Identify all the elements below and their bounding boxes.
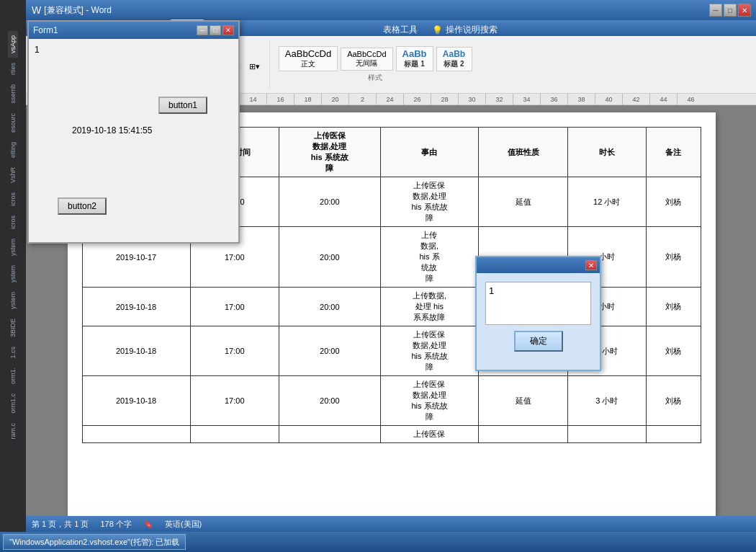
vs-panel-system3[interactable]: ystem xyxy=(8,288,18,313)
dialog-ok-button[interactable]: 确定 xyxy=(514,331,563,352)
word-count: 178 个字 xyxy=(100,519,131,530)
cell-end: 20:00 xyxy=(279,326,380,376)
taskbar-app-item[interactable]: "WindowsApplication2.vshost.exe"(托管): 已加… xyxy=(3,534,186,550)
form1-title-bar: Form1 ─ □ ✕ xyxy=(29,22,238,39)
language: 英语(美国) xyxy=(165,519,202,530)
borders-btn[interactable]: ⊞▾ xyxy=(246,60,264,74)
cell-end xyxy=(279,426,380,443)
lightbulb-icon: 💡 xyxy=(432,25,443,35)
cell-remark: 刘杨 xyxy=(646,376,701,426)
cell-start: 17:00 xyxy=(190,326,279,376)
dialog-title-bar: ✕ xyxy=(477,257,600,273)
vs-panel-vshr[interactable]: VshR xyxy=(8,163,18,187)
form1-minimize[interactable]: ─ xyxy=(197,25,208,35)
cell-date: 2019-10-18 xyxy=(82,288,190,326)
table-row: 上传医保 xyxy=(82,426,701,443)
window-title: [兼容模式] - Word xyxy=(44,4,112,17)
vs-panel-3bide[interactable]: 3BIDE xyxy=(8,314,18,342)
taskbar: "WindowsApplication2.vshost.exe"(托管): 已加… xyxy=(0,532,756,552)
page-info: 第 1 页，共 1 页 xyxy=(32,519,89,530)
vs-panel-1cs[interactable]: 1.cs xyxy=(8,342,18,363)
cell-date xyxy=(82,426,190,443)
styles-label: 样式 xyxy=(368,73,382,83)
cell-duty xyxy=(479,426,567,443)
table-row: 2019-10-18 17:00 20:00 上传医保数据,处理his 系统故障… xyxy=(82,376,701,426)
cell-date: 2019-10-18 xyxy=(82,376,190,426)
cell-end: 20:00 xyxy=(279,177,380,227)
style-heading2-label: 标题 2 xyxy=(443,59,466,69)
cell-remark: 刘杨 xyxy=(646,288,701,326)
dialog-close-btn[interactable]: ✕ xyxy=(585,260,597,270)
minimize-button[interactable]: ─ xyxy=(709,4,722,17)
cell-start xyxy=(190,426,279,443)
check-icon: 🔖 xyxy=(143,520,153,529)
vs-panel-assembly[interactable]: ssemb xyxy=(8,80,18,108)
col-remark: 备注 xyxy=(646,128,701,177)
cell-reason: 上传数据,his 系统故障 xyxy=(380,227,479,288)
dialog-input-area: 1 xyxy=(485,282,591,325)
cell-duration: 3 小时 xyxy=(567,376,646,426)
cell-reason: 上传医保数据,处理his 系统故障 xyxy=(380,177,479,227)
cell-end: 20:00 xyxy=(279,227,380,288)
cell-remark: 刘杨 xyxy=(646,177,701,227)
form1-close[interactable]: ✕ xyxy=(222,25,234,35)
style-heading1[interactable]: AaBb 标题 1 xyxy=(396,46,433,71)
title-bar-left: W [兼容模式] - Word xyxy=(32,4,112,17)
col-event: 事由 xyxy=(380,128,479,177)
vs-panel-system1[interactable]: ystem xyxy=(8,234,18,260)
form1-button1[interactable]: button1 xyxy=(158,97,207,114)
cell-remark xyxy=(646,426,701,443)
vs-panel-resource[interactable]: esourc xyxy=(8,109,18,137)
search-placeholder[interactable]: 操作说明搜索 xyxy=(446,24,498,36)
style-normal-label: 正文 xyxy=(285,59,331,69)
col-duty-type: 值班性质 xyxy=(479,128,567,177)
ribbon-group-styles: AaBbCcDd 正文 AaBbCcDd 无间隔 AaBb 标题 1 AaBb … xyxy=(279,40,478,89)
vs-panel-micro1[interactable]: icros xyxy=(8,188,18,210)
cell-end: 20:00 xyxy=(279,288,380,326)
form1-body: 1 button1 2019-10-18 15:41:55 button2 xyxy=(29,39,238,242)
dialog-content: 1 xyxy=(489,285,494,296)
vs-panel-gram[interactable]: ram.c xyxy=(8,419,18,444)
style-no-space-label: 无间隔 xyxy=(347,58,386,68)
title-bar: W [兼容模式] - Word ─ □ ✕ xyxy=(26,0,756,20)
vs-panel-form1[interactable]: orm1. xyxy=(8,363,18,388)
search-area: 💡 操作说明搜索 xyxy=(432,24,498,36)
cell-reason: 上传医保 xyxy=(380,426,479,443)
vs-panel-settings[interactable]: etting xyxy=(8,138,18,162)
cell-remark: 刘杨 xyxy=(646,227,701,288)
vs-panel-system2[interactable]: ystem xyxy=(8,261,18,287)
maximize-button[interactable]: □ xyxy=(724,4,737,17)
cell-start: 17:00 xyxy=(190,288,279,326)
col-duration: 时长 xyxy=(567,128,646,177)
cell-start: 17:00 xyxy=(190,376,279,426)
cell-duty: 延值 xyxy=(479,376,567,426)
vs-panel-app[interactable]: vsApp xyxy=(8,31,18,58)
word-icon: W xyxy=(32,4,41,16)
style-normal[interactable]: AaBbCcDd 正文 xyxy=(279,46,338,71)
form1-title-text: Form1 xyxy=(33,25,58,35)
style-heading2[interactable]: AaBb 标题 2 xyxy=(436,47,472,71)
cell-duration xyxy=(567,426,646,443)
title-bar-controls: ─ □ ✕ xyxy=(709,4,751,17)
form1-datetime: 2019-10-18 15:41:55 xyxy=(72,125,152,135)
cell-remark: 刘杨 xyxy=(646,326,701,376)
cell-end: 20:00 xyxy=(279,376,380,426)
form1-button2[interactable]: button2 xyxy=(58,197,107,215)
style-heading1-label: 标题 1 xyxy=(402,59,427,69)
form1-controls: ─ □ ✕ xyxy=(197,25,234,35)
cell-duration: 12 小时 xyxy=(567,177,646,227)
col-reason-header: 上传医保数据,处理his 系统故障 xyxy=(279,128,380,177)
cell-duty: 延值 xyxy=(479,177,567,227)
style-no-space[interactable]: AaBbCcDd 无间隔 xyxy=(341,48,392,71)
form1-window: Form1 ─ □ ✕ 1 button1 2019-10-18 15:41:5… xyxy=(27,20,240,244)
table-tools-label: 表格工具 xyxy=(383,24,418,36)
vs-panel-form2[interactable]: orm1.c xyxy=(8,389,18,418)
vs-panel-micro2[interactable]: icros xyxy=(8,211,18,233)
vs-panel-window[interactable]: 窗口 xyxy=(7,22,19,30)
table-row: 2019-10-18 17:00 20:00 上传医保数据,处理his 系统故障… xyxy=(82,326,701,376)
vs-left-panel: 窗口 vsApp rties ssemb esourc etting VshR … xyxy=(0,0,26,533)
form1-maximize[interactable]: □ xyxy=(210,25,221,35)
close-button[interactable]: ✕ xyxy=(738,4,751,17)
form1-number-label: 1 xyxy=(35,45,233,55)
vs-panel-props[interactable]: rties xyxy=(8,58,18,79)
